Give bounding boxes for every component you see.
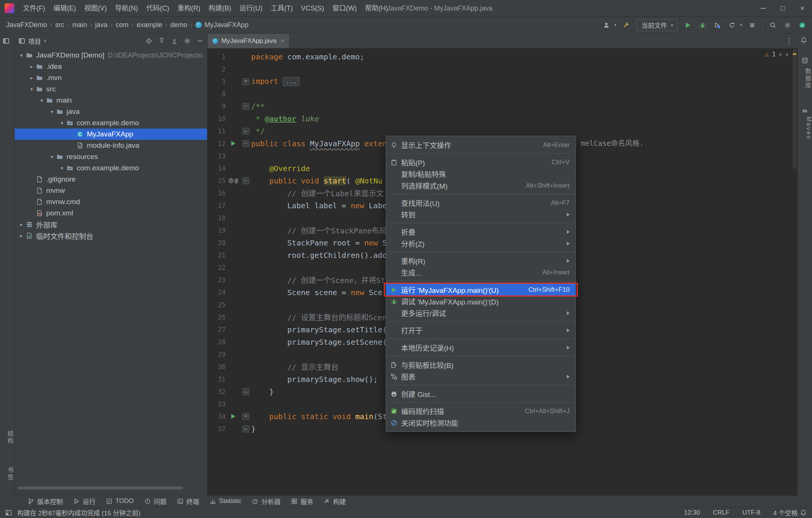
breadcrumb-item-5[interactable]: example <box>136 21 162 29</box>
tree-row[interactable]: ▾JavaFXDemo [Demo]D:\IDEAProjects\JCNCPr… <box>15 50 207 61</box>
run-gutter-icon[interactable] <box>226 413 241 420</box>
status-segment-2[interactable]: UTF-8 <box>742 509 760 516</box>
chevron-down-icon[interactable]: ▾ <box>47 154 56 160</box>
tree-row[interactable]: module-info.java <box>15 140 207 151</box>
menubar-item-5[interactable]: 重构(R) <box>173 0 205 17</box>
fold-end-icon[interactable]: ¬ <box>242 426 249 432</box>
maven-stripe-button[interactable]: m Maven <box>798 108 812 140</box>
status-segment-3[interactable]: 4 个空格 <box>773 508 798 517</box>
menubar-item-0[interactable]: 文件(F) <box>19 0 49 17</box>
tree-row[interactable]: ▾java <box>15 106 207 117</box>
fold-column[interactable]: − <box>241 103 251 110</box>
select-opened-file-icon[interactable] <box>145 38 152 44</box>
horizontal-scrollbar[interactable] <box>18 486 183 489</box>
code-line[interactable]: 3+import ... <box>208 75 797 88</box>
menubar-item-2[interactable]: 视图(V) <box>80 0 111 17</box>
toolwindow-button-2[interactable]: TODO <box>101 497 139 505</box>
tree-row[interactable]: mvnw <box>15 185 207 196</box>
tree-row[interactable]: ▾main <box>15 95 207 106</box>
bookmarks-stripe-button[interactable]: 书签 <box>0 467 14 481</box>
warning-stripe-mark[interactable] <box>793 53 796 55</box>
code-line[interactable]: 8 <box>208 88 797 100</box>
status-segment-1[interactable]: CRLF <box>713 509 729 516</box>
menubar-item-10[interactable]: 窗口(W) <box>328 0 361 17</box>
chevron-down-icon[interactable]: ▾ <box>47 109 56 115</box>
prev-warning-icon[interactable]: ∧ <box>779 51 782 57</box>
tree-row[interactable]: ▸.idea <box>15 61 207 72</box>
build-tools-icon[interactable] <box>622 21 631 30</box>
menubar-item-4[interactable]: 代码(C) <box>142 0 173 17</box>
chevron-down-icon[interactable]: ▾ <box>58 165 67 171</box>
context-menu-item-7[interactable]: 转到 <box>386 209 576 220</box>
breadcrumb-item-4[interactable]: com <box>116 21 129 29</box>
context-menu-item-0[interactable]: 显示上下文操作Alt+Enter <box>386 139 576 151</box>
status-notifications-icon[interactable] <box>800 509 807 516</box>
fold-plus-icon[interactable]: + <box>242 413 249 420</box>
context-menu-item-24[interactable]: 图表 <box>386 371 576 382</box>
fold-column[interactable]: ¬ <box>241 426 251 432</box>
gear-icon[interactable] <box>184 38 191 44</box>
override-gutter-icon[interactable]: @ <box>226 177 241 184</box>
code-line[interactable]: 1package com.example.demo; <box>208 50 797 63</box>
run-button[interactable] <box>683 21 692 30</box>
structure-stripe-button[interactable]: 结构 <box>0 430 14 445</box>
context-menu-item-2[interactable]: 粘贴(P)Ctrl+V <box>386 156 576 168</box>
scrollbar-thumb[interactable] <box>793 49 797 169</box>
code-with-me-icon[interactable] <box>798 21 807 30</box>
context-menu-item-6[interactable]: 查找用法(U)Alt+F7 <box>386 197 576 209</box>
hide-panel-icon[interactable] <box>197 38 203 44</box>
context-menu-item-17[interactable]: 更多运行/调试 <box>386 307 576 319</box>
chevron-right-icon[interactable]: ▸ <box>17 233 26 239</box>
collapse-all-icon[interactable] <box>171 38 178 44</box>
breadcrumb-item-1[interactable]: src <box>55 21 64 29</box>
toolwindow-button-0[interactable]: 版本控制 <box>23 497 68 506</box>
fold-plus-icon[interactable]: + <box>242 78 249 85</box>
context-menu-item-3[interactable]: 复制/粘贴特殊 <box>386 168 576 180</box>
notifications-bell-icon[interactable] <box>800 37 809 46</box>
context-menu-item-23[interactable]: 与剪贴板比较(B) <box>386 359 576 371</box>
context-menu-item-9[interactable]: 折叠 <box>386 226 576 238</box>
tab-myjavafxapp[interactable]: MyJavaFXApp.java × <box>208 34 289 48</box>
chevron-down-icon[interactable]: ▾ <box>37 97 46 103</box>
status-segment-0[interactable]: 12:30 <box>684 509 700 516</box>
toolwindow-button-6[interactable]: 分析器 <box>247 497 286 506</box>
fold-column[interactable]: − <box>241 140 251 147</box>
close-button[interactable]: × <box>792 0 812 17</box>
database-stripe-button[interactable]: 数据库 <box>798 57 812 89</box>
context-menu-item-16[interactable]: 调试 'MyJavaFXApp.main()'(D) <box>386 295 576 307</box>
menubar-item-3[interactable]: 导航(N) <box>111 0 142 17</box>
tool-window-switcher-icon[interactable] <box>5 509 12 516</box>
menubar-item-7[interactable]: 运行(U) <box>235 0 267 17</box>
fold-end-icon[interactable]: ¬ <box>242 388 249 395</box>
chevron-down-icon[interactable]: ▾ <box>17 52 26 58</box>
maximize-button[interactable]: □ <box>773 0 792 17</box>
toolwindow-button-7[interactable]: 服务 <box>286 497 318 506</box>
project-header-title[interactable]: 项目 ▾ <box>18 36 46 46</box>
chevron-right-icon[interactable]: ▸ <box>27 64 36 70</box>
tree-row[interactable]: ▾resources <box>15 151 207 162</box>
stop-button[interactable] <box>748 21 757 30</box>
breadcrumb-item-3[interactable]: java <box>95 21 108 29</box>
toolwindow-button-8[interactable]: 构建 <box>318 497 351 506</box>
breadcrumb-item-0[interactable]: JavaFXDemo <box>6 21 47 29</box>
fold-minus-icon[interactable]: − <box>242 103 249 110</box>
tree-row[interactable]: ▸外部库 <box>15 219 207 230</box>
menubar-item-6[interactable]: 构建(B) <box>205 0 235 17</box>
tree-row[interactable]: .gitignore <box>15 174 207 185</box>
inspections-widget[interactable]: ⚠ 1 ∧ ∨ <box>765 50 788 58</box>
breadcrumb-item-2[interactable]: main <box>72 21 87 29</box>
tab-options-icon[interactable]: ⋮ <box>785 34 797 48</box>
toolwindow-button-4[interactable]: 终端 <box>172 497 205 506</box>
tree-row[interactable]: mvnw.cmd <box>15 196 207 208</box>
context-menu-item-12[interactable]: 重构(R) <box>386 255 576 267</box>
context-menu-item-29[interactable]: 关闭实时检测功能 <box>386 417 576 429</box>
fold-column[interactable]: + <box>241 413 251 420</box>
expand-all-icon[interactable] <box>158 38 165 44</box>
context-menu-item-10[interactable]: 分析(Z) <box>386 238 576 249</box>
context-menu-item-21[interactable]: 本地历史记录(H) <box>386 342 576 353</box>
minimize-button[interactable]: ─ <box>753 0 773 17</box>
fold-minus-icon[interactable]: − <box>242 140 249 147</box>
tree-row[interactable]: ▾com.example.demo <box>15 117 207 129</box>
profile-icon[interactable] <box>602 21 611 30</box>
tree-row[interactable]: ▸临时文件和控制台 <box>15 230 207 241</box>
